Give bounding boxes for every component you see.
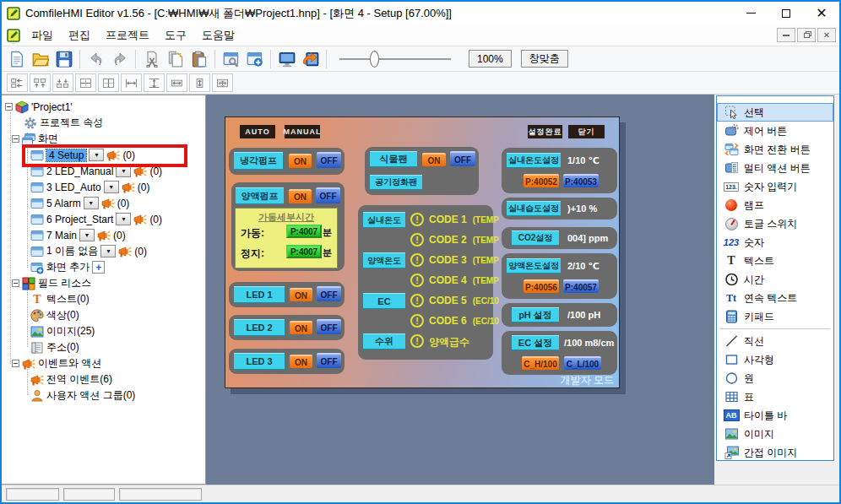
tool-text[interactable]: T텍스트 [717, 252, 833, 270]
same-size-button[interactable] [212, 73, 233, 92]
tool-select[interactable]: 선택 [717, 103, 833, 122]
tree-node-addresses[interactable]: 주소(0) [5, 339, 205, 355]
led1-on-button[interactable]: ON [290, 288, 312, 301]
tree-node-texts[interactable]: T 텍스트(0) [5, 291, 205, 307]
editor-canvas[interactable]: AUTO MANUAL 설정완료 닫기 냉각펌프 ON OFF 양액펌프 ON … [206, 95, 714, 485]
save-button[interactable] [52, 48, 75, 70]
align-left-button[interactable] [7, 73, 28, 92]
tool-indirect-image[interactable]: 간접 이미지 [717, 443, 833, 462]
tool-circle[interactable]: 원 [717, 369, 833, 387]
tool-control-button[interactable]: 제어 버튼 [717, 122, 833, 140]
equal-horizontal-spacing-button[interactable] [121, 73, 142, 92]
tool-keypad[interactable]: 키패드 [717, 307, 833, 326]
menu-file[interactable]: 파일 [24, 24, 61, 46]
menu-help[interactable]: 도움말 [194, 24, 242, 46]
tree-node-events-actions[interactable]: 이벤트와 액션 [5, 355, 205, 371]
tree-node-screens[interactable]: 화면 [5, 131, 205, 147]
stop-minutes-button[interactable]: P:4007 [286, 245, 322, 258]
led1-off-button[interactable]: OFF [317, 286, 341, 301]
center-vertical-button[interactable] [98, 73, 119, 92]
nutrient-pump-on-button[interactable]: ON [289, 189, 312, 203]
tool-multi-action-button[interactable]: 멀티 액션 버튼 [717, 159, 833, 177]
download-to-device-button[interactable] [299, 48, 322, 70]
maximize-button[interactable] [768, 2, 804, 24]
collapse-icon[interactable] [12, 360, 19, 367]
nutrient-pump-off-button[interactable]: OFF [316, 187, 340, 203]
center-horizontal-button[interactable] [75, 73, 96, 92]
tool-table[interactable]: 표 [717, 387, 833, 406]
tool-number-input[interactable]: 123.숫자 입력기 [717, 177, 833, 196]
alarm-megaphone-icon[interactable] [101, 197, 115, 210]
tree-screen-2-led-manual[interactable]: 2 LED_Manual ▼ (0) [5, 163, 205, 179]
screen-dropdown-button[interactable]: ▼ [104, 181, 119, 193]
tree-screen-6-project-start[interactable]: 6 Project_Start ▼ (0) [5, 211, 205, 227]
run-minutes-button[interactable]: P:4007 [286, 225, 322, 238]
tree-node-field-resources[interactable]: 필드 리소스 [5, 275, 205, 291]
alarm-megaphone-icon[interactable] [133, 213, 147, 226]
tree-node-project[interactable]: 'Project1' [5, 99, 205, 115]
menu-tools[interactable]: 도구 [157, 24, 194, 46]
tree-add-screen[interactable]: 화면 추가 + [5, 259, 205, 275]
preview-button[interactable] [275, 48, 298, 70]
tool-line[interactable]: 직선 [717, 332, 833, 350]
menu-project[interactable]: 프로젝트 [98, 24, 157, 46]
plant-fan-on-button[interactable]: ON [422, 153, 446, 166]
tool-lamp[interactable]: 램프 [717, 196, 833, 214]
same-height-button[interactable] [189, 73, 210, 92]
alarm-megaphone-icon[interactable] [122, 181, 135, 194]
cooling-pump-on-button[interactable]: ON [289, 154, 312, 168]
nutrient-temp-high-button[interactable]: P:40056 [524, 279, 559, 293]
nutrient-temp-low-button[interactable]: P:40057 [563, 279, 599, 293]
tree-node-global-events[interactable]: 전역 이벤트(6) [5, 371, 205, 387]
menu-edit[interactable]: 편집 [61, 24, 98, 46]
alarm-megaphone-icon[interactable] [133, 165, 147, 178]
undo-button[interactable] [84, 48, 107, 70]
ec-low-button[interactable]: C_L/100 [564, 356, 601, 370]
tree-screen-7-main[interactable]: 7 Main ▼ (0) [5, 227, 205, 243]
close-screen-button[interactable]: 닫기 [568, 125, 605, 138]
tool-image[interactable]: 이미지 [717, 425, 833, 443]
zoom-slider-thumb[interactable] [370, 51, 379, 68]
alarm-megaphone-icon[interactable] [97, 229, 111, 242]
add-window-button[interactable] [243, 48, 266, 70]
cut-button[interactable] [140, 48, 163, 70]
tool-toggle-switch[interactable]: 토글 스위치 [717, 214, 833, 233]
led3-on-button[interactable]: ON [290, 355, 312, 368]
alarm-megaphone-icon[interactable] [118, 245, 132, 258]
mdi-restore-button[interactable] [797, 28, 816, 42]
equal-vertical-spacing-button[interactable] [144, 73, 165, 92]
tree-node-images[interactable]: 이미지(25) [5, 323, 205, 339]
collapse-icon[interactable] [5, 103, 13, 111]
close-button[interactable]: ✕ [804, 2, 839, 24]
cooling-pump-off-button[interactable]: OFF [317, 152, 341, 168]
plant-fan-off-button[interactable]: OFF [450, 151, 475, 166]
alarm-megaphone-icon[interactable] [106, 149, 120, 162]
fit-window-button[interactable]: 창맞춤 [521, 50, 568, 68]
copy-button[interactable] [164, 48, 187, 70]
screen-dropdown-button[interactable]: ▼ [84, 197, 99, 209]
screen-dropdown-button[interactable]: ▼ [116, 213, 131, 225]
same-width-button[interactable] [166, 73, 187, 92]
mdi-minimize-button[interactable] [777, 28, 795, 42]
minimize-button[interactable] [733, 2, 768, 24]
add-screen-plus-button[interactable]: + [92, 261, 105, 274]
indoor-temp-high-button[interactable]: P:40052 [524, 174, 559, 187]
paste-button[interactable] [187, 48, 210, 70]
tool-continuous-text[interactable]: Tt연속 텍스트 [717, 289, 833, 307]
led2-off-button[interactable]: OFF [317, 319, 341, 334]
tree-node-project-properties[interactable]: 프로젝트 속성 [5, 115, 205, 131]
led3-off-button[interactable]: OFF [317, 353, 341, 368]
tree-screen-5-alarm[interactable]: 5 Alarm ▼ (0) [5, 195, 205, 211]
mdi-close-button[interactable]: ✕ [817, 28, 836, 42]
redo-button[interactable] [108, 48, 131, 70]
setup-done-button[interactable]: 설정완료 [528, 125, 562, 138]
tree-node-user-action-groups[interactable]: 사용자 액션 그룹(0) [5, 387, 205, 404]
tree-screen-4-setup[interactable]: 4 Setup ▼ (0) [5, 147, 205, 163]
tree-node-colors[interactable]: 색상(0) [5, 307, 205, 323]
align-bottom-button[interactable] [52, 73, 73, 92]
align-top-button[interactable] [30, 73, 51, 92]
screen-dropdown-button[interactable]: ▼ [79, 229, 95, 241]
screen-dropdown-button[interactable]: ▼ [116, 165, 131, 177]
collapse-icon[interactable] [12, 279, 19, 287]
new-file-button[interactable] [5, 48, 28, 70]
